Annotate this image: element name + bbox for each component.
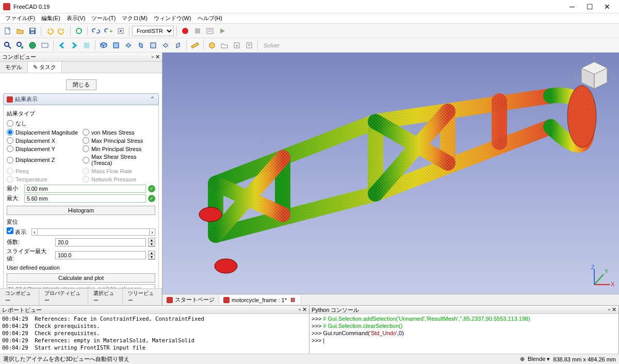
bbox-icon[interactable] — [39, 40, 51, 51]
calculate-plot-button[interactable]: Calculate and plot — [7, 273, 155, 283]
radio-mfr: Mass Flow Rate — [83, 168, 155, 174]
fit-all-icon[interactable] — [2, 40, 13, 51]
menu-file[interactable]: ファイル(F) — [2, 13, 38, 23]
3d-viewport[interactable]: X Y Z — [162, 53, 619, 294]
python-console-title: Python コンソール — [312, 306, 359, 313]
radio-disp-x[interactable]: Displacement X — [7, 137, 79, 144]
results-header[interactable]: 結果表示 ⌃ — [3, 93, 159, 105]
viewtab-property[interactable]: プロパティビュー — [39, 289, 88, 305]
svg-text:X: X — [611, 281, 615, 287]
record-icon[interactable] — [180, 25, 191, 37]
tab-model[interactable]: モデル — [0, 62, 28, 73]
nav-next-icon[interactable] — [69, 40, 80, 51]
save-icon[interactable] — [27, 25, 38, 37]
radio-disp-y[interactable]: Displacement Y — [7, 145, 79, 152]
equation-textarea[interactable]: P1-P3 # Stress intensity stress equation… — [7, 284, 155, 288]
part-icon[interactable] — [206, 40, 218, 51]
fit-sel-icon[interactable] — [14, 40, 26, 51]
maximize-button[interactable]: ☐ — [581, 0, 598, 13]
import-icon[interactable] — [243, 40, 255, 51]
radio-max-shear[interactable]: Max Shear Stress (Tresca) — [83, 154, 155, 166]
report-view-panel: レポートビュー▫ ✕ 00:04:29 References: Face in … — [0, 306, 310, 354]
blend-label[interactable]: Blende ▾ — [528, 356, 550, 362]
close-tab-icon[interactable]: ⊠ — [289, 296, 297, 303]
view-cube[interactable] — [574, 57, 615, 98]
link-add-icon[interactable]: + — [103, 25, 114, 37]
tab-document[interactable]: motorcycle_frame : 1*⊠ — [219, 295, 301, 304]
close-button[interactable]: ✕ — [598, 0, 616, 13]
python-handle-icon[interactable]: ▫ ✕ — [608, 306, 616, 313]
status-bar: 選択したアイテムを含む3Dビューへ自動切り替え ⊕ Blende ▾ 838.8… — [0, 354, 619, 364]
python-console-panel: Python コンソール▫ ✕ >>> # Gui.Selection.addS… — [310, 306, 619, 354]
view-front-icon[interactable] — [110, 40, 122, 51]
undo-icon[interactable] — [44, 25, 55, 37]
max-value-input[interactable] — [24, 194, 146, 203]
radio-vms[interactable]: von Mises Stress — [83, 129, 155, 136]
draw-style-icon[interactable] — [27, 40, 38, 51]
panel-handle-icon[interactable]: ▫ ✕ — [152, 54, 160, 60]
view-top-icon[interactable] — [123, 40, 134, 51]
view-rear-icon[interactable] — [148, 40, 159, 51]
redo-icon[interactable] — [56, 25, 68, 37]
tab-start-page[interactable]: スタートページ — [162, 295, 219, 305]
refresh-icon[interactable] — [73, 25, 85, 37]
viewtab-tree[interactable]: ツリービュー — [123, 289, 162, 305]
view-right-icon[interactable] — [135, 40, 146, 51]
factor-input[interactable] — [55, 238, 146, 246]
menu-edit[interactable]: 編集(E) — [38, 13, 63, 23]
report-body[interactable]: 00:04:29 References: Face in ConstraintF… — [0, 314, 309, 354]
slider-max-label: スライダー最大値: — [7, 248, 53, 262]
view-iso-icon[interactable] — [98, 40, 109, 51]
play-icon[interactable] — [217, 25, 228, 37]
new-doc-icon[interactable] — [2, 25, 13, 37]
svg-rect-0 — [5, 28, 10, 34]
histogram-button[interactable]: Histogram — [7, 206, 155, 215]
link-import-icon[interactable] — [115, 25, 126, 37]
python-body[interactable]: >>> # Gui.Selection.addSelection('Unname… — [310, 314, 618, 354]
radio-disp-mag[interactable]: Displacement Magnitude — [7, 129, 79, 136]
slider-max-input[interactable] — [55, 251, 146, 259]
slider-max-spinner[interactable]: ▲▼ — [148, 251, 155, 260]
menu-tools[interactable]: ツール(T) — [88, 13, 119, 23]
stop-icon[interactable] — [192, 25, 203, 37]
tab-task[interactable]: ✎ タスク — [28, 62, 62, 73]
show-checkbox[interactable]: 表示 — [7, 227, 26, 236]
nav-prev-icon[interactable] — [56, 40, 68, 51]
viewtab-selection[interactable]: 選択ビュー — [88, 289, 123, 305]
factor-label: 係数: — [7, 239, 53, 246]
nav-in-icon[interactable] — [81, 40, 92, 51]
measure-icon[interactable] — [189, 40, 201, 51]
view-bottom-icon[interactable] — [160, 40, 171, 51]
close-task-button[interactable]: 閉じる — [66, 79, 96, 90]
menu-view[interactable]: 表示(V) — [63, 13, 89, 23]
radio-max-ps[interactable]: Max Principal Stress — [83, 137, 155, 144]
folder-open-icon[interactable] — [219, 40, 230, 51]
svg-rect-3 — [31, 31, 34, 34]
status-message: 選択したアイテムを含む3Dビューへ自動切り替え — [3, 355, 129, 363]
factor-spinner[interactable]: ▲▼ — [148, 238, 155, 247]
svg-text:+: + — [109, 28, 112, 34]
workbench-selector[interactable]: FrontISTR — [132, 26, 174, 36]
link-icon[interactable] — [90, 25, 102, 37]
radio-none[interactable]: なし — [7, 120, 79, 127]
menu-window[interactable]: ウィンドウ(W) — [151, 13, 194, 23]
collapse-icon[interactable]: ⌃ — [150, 95, 155, 103]
menu-macro[interactable]: マクロ(M) — [119, 13, 151, 23]
export-icon[interactable] — [231, 40, 242, 51]
svg-line-31 — [594, 274, 604, 285]
open-icon[interactable] — [14, 25, 26, 37]
radio-disp-z[interactable]: Displacement Z — [7, 154, 79, 166]
minimize-button[interactable]: ─ — [563, 0, 581, 13]
combo-view-panel: コンボビュー▫ ✕ モデル ✎ タスク 閉じる 結果表示 ⌃ 結果タイプ なし … — [0, 53, 162, 305]
menu-help[interactable]: ヘルプ(H) — [194, 13, 225, 23]
viewtab-combo[interactable]: コンボビュー — [0, 289, 39, 305]
max-ok-icon: ✓ — [148, 195, 155, 202]
macros-icon[interactable] — [204, 25, 216, 37]
min-value-input[interactable] — [24, 185, 146, 193]
report-handle-icon[interactable]: ▫ ✕ — [299, 306, 307, 313]
nav-style-icon[interactable]: ⊕ — [520, 356, 525, 362]
view-left-icon[interactable] — [172, 40, 184, 51]
radio-min-ps[interactable]: Min Principal Stress — [83, 145, 155, 152]
displacement-slider[interactable]: ‹› — [31, 228, 155, 236]
svg-rect-16 — [21, 46, 23, 48]
